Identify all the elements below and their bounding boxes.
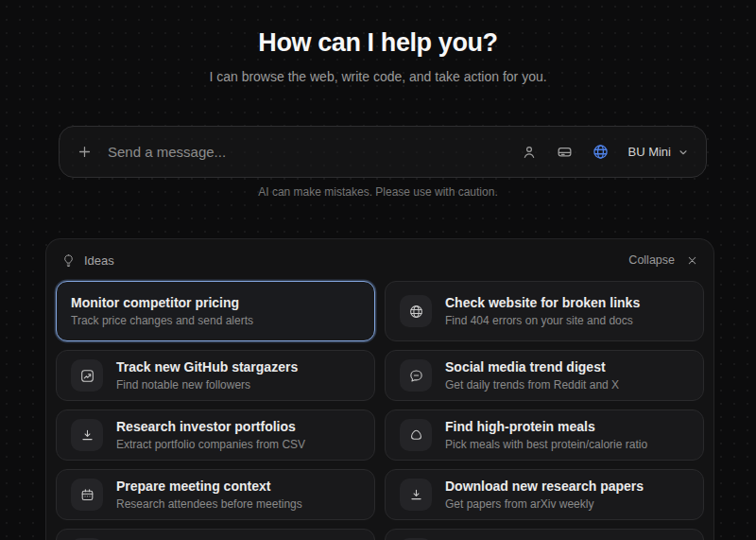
idea-card-text: Download new research papersGet papers f…: [445, 479, 644, 511]
idea-card-title: Track new GitHub stargazers: [116, 359, 298, 375]
plus-icon[interactable]: [77, 144, 93, 160]
chevron-down-icon: [678, 147, 689, 158]
ideas-panel: Ideas Collapse Monitor competitor pricin…: [45, 238, 714, 540]
download-icon: [71, 419, 103, 451]
page-title: How can I help you?: [0, 28, 756, 58]
idea-card[interactable]: Find high-protein mealsPick meals with b…: [385, 409, 704, 461]
idea-card[interactable]: Check website for broken linksFind 404 e…: [385, 281, 704, 341]
idea-card[interactable]: Monitor competitor pricingTrack price ch…: [56, 281, 375, 341]
idea-card-text: Check website for broken linksFind 404 e…: [445, 295, 640, 327]
close-icon[interactable]: [686, 254, 698, 267]
message-input[interactable]: Send a message...: [108, 144, 521, 160]
idea-card[interactable]: Download new research papersGet papers f…: [385, 469, 704, 520]
idea-card-title: Download new research papers: [445, 479, 644, 494]
idea-card-title: Monitor competitor pricing: [71, 295, 253, 310]
collapse-button[interactable]: Collapse: [628, 253, 675, 267]
idea-card-subtitle: Research attendees before meetings: [116, 497, 302, 511]
idea-card[interactable]: Research investor portfoliosExtract port…: [56, 409, 375, 461]
idea-card-text: Find high-protein mealsPick meals with b…: [445, 419, 647, 451]
idea-card[interactable]: Social media trend digestGet daily trend…: [385, 350, 704, 401]
idea-card-subtitle: Find 404 errors on your site and docs: [445, 314, 640, 327]
message-composer[interactable]: Send a message... BU Mini: [59, 126, 707, 178]
idea-card-title: Find high-protein meals: [445, 419, 647, 434]
globe-icon[interactable]: [592, 143, 610, 161]
idea-card-text: Research investor portfoliosExtract port…: [116, 419, 305, 451]
download-icon: [400, 479, 432, 511]
idea-card-title: Research investor portfolios: [116, 419, 305, 434]
ideas-header: Ideas Collapse: [46, 239, 713, 281]
idea-card[interactable]: Parse web data updates: [56, 529, 375, 540]
idea-card-text: Monitor competitor pricingTrack price ch…: [71, 295, 253, 327]
idea-card[interactable]: Prepare meeting contextResearch attendee…: [56, 469, 375, 520]
model-selector[interactable]: BU Mini: [627, 145, 689, 159]
idea-card-subtitle: Find notable new followers: [116, 378, 298, 392]
idea-card-title: Social media trend digest: [445, 359, 619, 375]
model-name: BU Mini: [627, 145, 671, 159]
idea-card-text: Track new GitHub stargazersFind notable …: [116, 359, 298, 392]
drive-icon[interactable]: [556, 143, 574, 161]
ideas-grid: Monitor competitor pricingTrack price ch…: [56, 281, 704, 540]
idea-card[interactable]: Reddit mentions thread daily: [385, 529, 704, 540]
person-icon[interactable]: [521, 144, 538, 161]
ideas-title: Ideas: [84, 253, 114, 268]
globe-icon: [400, 295, 432, 327]
calendar-icon: [71, 479, 103, 511]
idea-card-text: Prepare meeting contextResearch attendee…: [116, 479, 302, 511]
chart-icon: [71, 359, 103, 392]
idea-card-subtitle: Get daily trends from Reddit and X: [445, 378, 619, 392]
idea-card-subtitle: Extract portfolio companies from CSV: [116, 438, 305, 451]
hero-section: How can I help you? I can browse the web…: [0, 0, 756, 84]
idea-card-text: Social media trend digestGet daily trend…: [445, 359, 619, 392]
meal-icon: [400, 419, 432, 451]
idea-card-subtitle: Get papers from arXiv weekly: [445, 497, 644, 511]
chat-bubble-icon: [400, 359, 432, 392]
idea-card-title: Check website for broken links: [445, 295, 640, 310]
idea-card-subtitle: Track price changes and send alerts: [71, 314, 253, 327]
idea-card-subtitle: Pick meals with best protein/calorie rat…: [445, 438, 647, 451]
idea-card[interactable]: Track new GitHub stargazersFind notable …: [56, 350, 375, 401]
disclaimer-text: AI can make mistakes. Please use with ca…: [0, 185, 756, 199]
lightbulb-icon: [61, 253, 76, 268]
page-subtitle: I can browse the web, write code, and ta…: [0, 69, 756, 84]
idea-card-title: Prepare meeting context: [116, 479, 302, 494]
